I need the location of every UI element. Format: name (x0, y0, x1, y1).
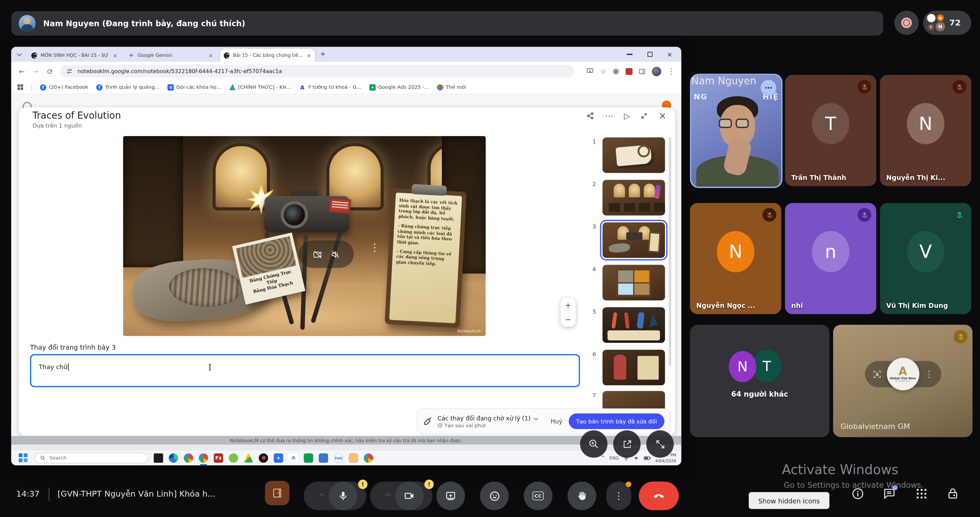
volume-off-icon[interactable] (330, 250, 340, 259)
reactions-button[interactable] (480, 482, 509, 510)
captions-button[interactable]: CC (524, 482, 552, 510)
camera-button[interactable]: ! (395, 482, 423, 510)
notion-plus-icon[interactable]: + (274, 453, 283, 463)
close-tab-icon[interactable]: × (208, 52, 213, 58)
tab-search-chevron-icon[interactable] (17, 51, 22, 57)
participant-tile-globalvietnam[interactable]: ⋮ A Global Viet Nam Academy Globalvietna… (833, 325, 972, 437)
thumbnail-scrollbar[interactable] (669, 137, 671, 366)
bookmark-item[interactable]: AÝ tưởng từ khoá - G... (299, 84, 361, 90)
camera-off-icon[interactable] (313, 250, 322, 259)
edit-instruction-input[interactable]: Thay chữ (30, 354, 580, 387)
bookmark-star-icon[interactable]: ☆ (600, 67, 606, 75)
chrome-profile1-icon[interactable] (184, 453, 193, 463)
tile-menu-icon[interactable]: ⋮ (925, 369, 934, 379)
zoom-in-button[interactable]: + (565, 301, 571, 309)
camera-control-group[interactable]: ! (370, 482, 433, 510)
bookmark-item[interactable]: Thẻ mới (437, 84, 466, 90)
microphone-control-group[interactable]: ! (304, 482, 366, 510)
participant-tile[interactable]: n nhi (785, 203, 876, 314)
microphone-button[interactable]: ! (329, 482, 357, 510)
close-tab-icon[interactable]: × (113, 52, 118, 58)
taskbar-search[interactable]: Search (34, 452, 148, 463)
zoom-out-button[interactable]: − (565, 315, 571, 324)
side-panel-icon[interactable] (639, 68, 645, 75)
slide-thumbnail-1[interactable] (603, 137, 665, 173)
google-ads-icon[interactable]: A (289, 453, 298, 463)
participant-tile[interactable]: N Nguyễn Thị Ki... (880, 75, 971, 186)
bookmark-item[interactable]: [CHÍNH THỨC] - KH... (229, 84, 291, 90)
end-call-button[interactable] (639, 482, 679, 510)
chrome-profile2-icon[interactable] (199, 453, 208, 463)
bookmark-item[interactable]: +Google Ads 2025 -... (369, 84, 429, 90)
monitor-app-icon[interactable] (318, 453, 328, 463)
slide-overlay-menu-icon[interactable]: ⋮ (369, 241, 380, 254)
camera-options-chevron-icon[interactable] (385, 493, 391, 499)
maximize-button[interactable] (648, 47, 652, 62)
filezilla-icon[interactable]: Fz (214, 453, 223, 463)
participant-tile[interactable]: T Trần Thị Thành (785, 75, 876, 186)
obs-icon[interactable] (259, 453, 268, 463)
overflow-participants-tile[interactable]: N T 64 người khác (690, 325, 829, 437)
apps-grid-icon[interactable] (18, 84, 23, 90)
extension-icon[interactable] (626, 68, 632, 75)
zalo-icon[interactable]: Zalo (334, 453, 343, 463)
present-screen-button[interactable] (436, 482, 465, 510)
more-options-button[interactable]: ⋮ (606, 482, 631, 510)
bookmark-item[interactable]: ≡Gói các khóa họ... (167, 84, 221, 90)
reload-icon[interactable] (46, 68, 53, 75)
browser-menu-icon[interactable]: ⋮ (668, 67, 675, 76)
bookmark-item[interactable]: fTrình quản lý quảng... (96, 84, 159, 90)
language-indicator[interactable]: ENG (609, 455, 619, 460)
slide-thumbnail-6[interactable] (603, 350, 665, 385)
create-modified-deck-button[interactable]: Tạo bản trình bày đã sửa đổi (569, 413, 665, 429)
meet-icon[interactable] (304, 453, 313, 463)
breakout-room-button[interactable] (265, 481, 290, 506)
share-icon[interactable] (587, 111, 595, 120)
cancel-button[interactable]: Huỷ (544, 418, 568, 425)
participant-tile[interactable]: V Vũ Thị Kim Dung (880, 203, 971, 314)
edge-icon[interactable] (169, 453, 178, 463)
send-to-device-icon[interactable] (586, 67, 593, 75)
profile-avatar[interactable] (652, 67, 662, 76)
chrome-icon[interactable] (364, 453, 374, 463)
fullscreen-button[interactable] (646, 430, 674, 458)
taskview-icon[interactable] (154, 453, 163, 463)
drive-icon[interactable] (244, 453, 253, 463)
browser-tab-active[interactable]: Bài 15 - Các bằng chứng tiến h × (220, 49, 315, 62)
resize-icon[interactable] (641, 112, 648, 119)
participant-tile-nam-nguyen[interactable]: NGHIỆ ⋯ Nam Nguyen (690, 74, 783, 188)
close-tab-icon[interactable]: × (307, 52, 312, 58)
browser-tab-2[interactable]: Google Gemini × (124, 49, 217, 62)
screenshot-extension-icon[interactable] (612, 68, 619, 75)
recording-indicator[interactable] (894, 11, 919, 35)
slide-thumbnail-5[interactable] (603, 307, 665, 343)
close-icon[interactable]: × (659, 111, 667, 120)
play-slideshow-icon[interactable]: ▷ (624, 111, 630, 120)
forward-icon[interactable]: → (29, 67, 42, 75)
site-settings-icon[interactable] (66, 68, 73, 74)
new-tab-button[interactable]: + (320, 50, 326, 58)
address-bar[interactable]: notebooklm.google.com/notebook/5322180f-… (60, 65, 574, 78)
start-button[interactable] (19, 454, 27, 462)
close-window-button[interactable]: × (667, 47, 673, 62)
slide-thumbnail-4[interactable] (603, 265, 665, 301)
mic-options-chevron-icon[interactable] (319, 493, 325, 499)
reframe-icon[interactable] (872, 370, 881, 379)
minimize-button[interactable] (627, 47, 633, 62)
participants-count-button[interactable]: N T N 72 (923, 11, 971, 35)
bookmark-item[interactable]: f(20+) Facebook (40, 84, 89, 90)
participant-tile[interactable]: N Nguyễn Ngọc ... (690, 203, 781, 314)
chevron-down-icon[interactable] (534, 416, 538, 420)
slide-thumbnail-2[interactable] (603, 180, 665, 216)
file-explorer-icon-active[interactable] (349, 453, 358, 463)
raise-hand-button[interactable] (568, 482, 596, 510)
slide-thumbnail-3-selected[interactable] (603, 222, 665, 258)
back-icon[interactable]: ← (15, 67, 29, 75)
volume-icon[interactable] (634, 455, 640, 461)
ultraviewer-icon[interactable] (229, 453, 238, 463)
open-in-new-button[interactable] (613, 430, 641, 458)
more-options-icon[interactable]: ⋯ (605, 111, 613, 120)
zoom-magnifier-button[interactable] (580, 430, 608, 458)
battery-icon[interactable] (644, 456, 651, 460)
host-controls-button[interactable] (946, 487, 959, 500)
